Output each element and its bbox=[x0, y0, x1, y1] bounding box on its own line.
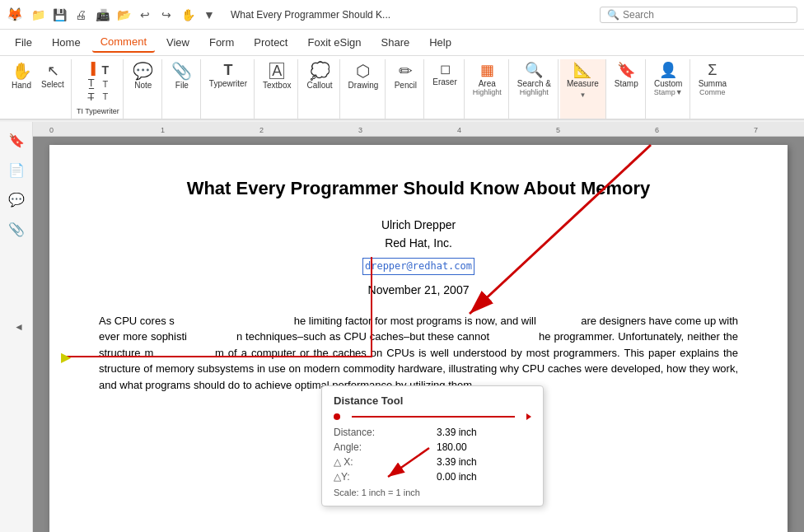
undo-button[interactable]: ↩ bbox=[135, 5, 155, 25]
scroll-left-arrow[interactable]: ◄ bbox=[14, 321, 24, 333]
print-button[interactable]: 🖨 bbox=[71, 5, 91, 25]
delta-x-label: △ X: bbox=[334, 456, 428, 468]
eraser-button[interactable]: ◻ Eraser bbox=[429, 61, 460, 88]
drawing-group: ⬡ Drawing bbox=[342, 59, 386, 119]
pencil-button[interactable]: ✏ Pencil bbox=[390, 61, 420, 91]
area-highlight-sublabel: Highlight bbox=[473, 88, 502, 96]
callout-icon: 💭 bbox=[310, 63, 330, 79]
search-icon: 🔍 bbox=[607, 9, 619, 21]
author-name: Ulrich Drepper bbox=[99, 216, 738, 234]
menu-comment[interactable]: Comment bbox=[92, 32, 155, 53]
sidebar-pages-icon[interactable]: 📄 bbox=[5, 158, 28, 181]
typewriter-t3[interactable]: T bbox=[100, 91, 112, 102]
summa-sublabel: Comme bbox=[699, 88, 726, 96]
typewriter-group: T Typewriter bbox=[203, 59, 255, 119]
ruler-horizontal: 0 1 2 3 4 5 6 7 bbox=[33, 122, 804, 137]
underline-button[interactable]: T̲ bbox=[85, 77, 98, 90]
summa-button[interactable]: Σ Summa Comme bbox=[695, 61, 730, 98]
measure-line-vertical bbox=[371, 257, 372, 357]
save-button[interactable]: 💾 bbox=[49, 5, 69, 25]
sidebar-comments-icon[interactable]: 💬 bbox=[5, 188, 28, 211]
search-highlight-button[interactable]: 🔍 Search & Highlight bbox=[514, 61, 554, 98]
menu-help[interactable]: Help bbox=[421, 33, 460, 52]
area-highlight-icon: ▦ bbox=[480, 63, 494, 77]
typewriter-icon: T bbox=[223, 63, 232, 77]
popup-line-indicator bbox=[334, 413, 531, 420]
measure-button[interactable]: 📐 Measure bbox=[563, 61, 602, 90]
menubar: File Home Comment View Form Protect Foxi… bbox=[0, 30, 804, 56]
area-highlight-button[interactable]: ▦ Area Highlight bbox=[470, 61, 505, 98]
hand-button[interactable]: ✋ Hand bbox=[7, 61, 36, 91]
ruler-mark-7: 7 bbox=[754, 122, 758, 136]
line-end-arrow bbox=[526, 413, 531, 420]
stamp-label: Stamp bbox=[615, 79, 638, 88]
dropdown-btn[interactable]: ▼ bbox=[199, 5, 219, 25]
document-body: As CPU cores s he limiting factor for mo… bbox=[99, 313, 738, 394]
sidebar-bookmark-icon[interactable]: 🔖 bbox=[5, 128, 28, 152]
hand-label: Hand bbox=[12, 81, 31, 90]
search-highlight-icon: 🔍 bbox=[525, 63, 543, 77]
typewriter-t1[interactable]: T bbox=[100, 63, 112, 77]
app-logo: 🦊 bbox=[7, 7, 23, 23]
file-attach-button[interactable]: 📎 File bbox=[167, 61, 197, 91]
file-icon: 📎 bbox=[171, 63, 192, 79]
note-button[interactable]: 💬 Note bbox=[129, 61, 158, 91]
area-highlight-label: Area bbox=[479, 79, 496, 88]
author-org: Red Hat, Inc. bbox=[99, 234, 738, 252]
note-label: Note bbox=[134, 81, 152, 90]
scale-info: Scale: 1 inch = 1 inch bbox=[334, 488, 531, 497]
menu-home[interactable]: Home bbox=[44, 33, 89, 52]
typewriter-t2[interactable]: T bbox=[100, 78, 112, 90]
left-sidebar: 🔖 📄 💬 📎 ◄ bbox=[0, 122, 33, 532]
hand-tool-btn[interactable]: ✋ bbox=[178, 5, 198, 25]
custom-stamp-group: 👤 Custom Stamp▼ bbox=[647, 59, 690, 119]
scan-button[interactable]: 📠 bbox=[92, 5, 112, 25]
sidebar-attachments-icon[interactable]: 📎 bbox=[5, 217, 28, 240]
summa-group: Σ Summa Comme bbox=[692, 59, 733, 119]
ruler-mark-5: 5 bbox=[556, 122, 560, 136]
menu-protect[interactable]: Protect bbox=[245, 33, 296, 52]
menu-form[interactable]: Form bbox=[201, 33, 242, 52]
delta-x-value: 3.39 inch bbox=[437, 456, 531, 468]
callout-button[interactable]: 💭 Callout bbox=[303, 61, 335, 91]
redo-button[interactable]: ↪ bbox=[157, 5, 176, 25]
angle-label: Angle: bbox=[334, 441, 428, 453]
drawing-button[interactable]: ⬡ Drawing bbox=[345, 61, 382, 91]
textbox-group: A Textbox bbox=[256, 59, 298, 119]
document-date: November 21, 2007 bbox=[99, 283, 738, 296]
custom-stamp-button[interactable]: 👤 Custom Stamp▼ bbox=[651, 61, 686, 98]
search-bar[interactable]: 🔍 bbox=[600, 7, 797, 23]
stamp-button[interactable]: 🔖 Stamp bbox=[611, 61, 642, 90]
textbox-icon: A bbox=[269, 63, 284, 79]
pencil-label: Pencil bbox=[395, 81, 417, 90]
topbar: 🦊 📁 💾 🖨 📠 📂 ↩ ↪ ✋ ▼ What Every Programme… bbox=[0, 0, 804, 30]
menu-file[interactable]: File bbox=[7, 33, 40, 52]
menu-foxit-esign[interactable]: Foxit eSign bbox=[299, 33, 369, 52]
measure-label: Measure bbox=[567, 79, 599, 88]
pencil-group: ✏ Pencil bbox=[387, 59, 424, 119]
measure-icon: 📐 bbox=[573, 63, 591, 77]
typewriter-button[interactable]: T Typewriter bbox=[206, 61, 250, 90]
select-button[interactable]: ↖ Select bbox=[38, 62, 68, 91]
author-email[interactable]: drepper@redhat.com bbox=[362, 258, 474, 275]
stamp-group: 🔖 Stamp bbox=[608, 59, 646, 119]
open-button2[interactable]: 📂 bbox=[114, 5, 133, 25]
search-highlight-label: Search & bbox=[517, 79, 551, 88]
menu-share[interactable]: Share bbox=[373, 33, 418, 52]
distance-tool-popup: Distance Tool Distance: 3.39 inch Angle:… bbox=[321, 385, 544, 506]
hand-icon: ✋ bbox=[12, 63, 32, 79]
open-file-button[interactable]: 📁 bbox=[28, 5, 48, 25]
search-input[interactable] bbox=[623, 9, 788, 21]
typewriter-group-label: TI Typewriter bbox=[77, 107, 119, 115]
menu-view[interactable]: View bbox=[158, 33, 198, 52]
strikeout-button[interactable]: T̶ bbox=[85, 91, 98, 104]
textbox-button[interactable]: A Textbox bbox=[259, 61, 294, 91]
document-author: Ulrich Drepper Red Hat, Inc. drepper@red… bbox=[99, 216, 738, 275]
eraser-label: Eraser bbox=[432, 77, 456, 86]
drawing-icon: ⬡ bbox=[356, 63, 370, 79]
ruler-mark-1: 1 bbox=[161, 122, 165, 136]
callout-group: 💭 Callout bbox=[300, 59, 339, 119]
cursor-indicator: ▶ bbox=[61, 349, 71, 365]
eraser-group: ◻ Eraser bbox=[426, 59, 464, 119]
highlight-button[interactable]: ▐ bbox=[85, 61, 98, 76]
